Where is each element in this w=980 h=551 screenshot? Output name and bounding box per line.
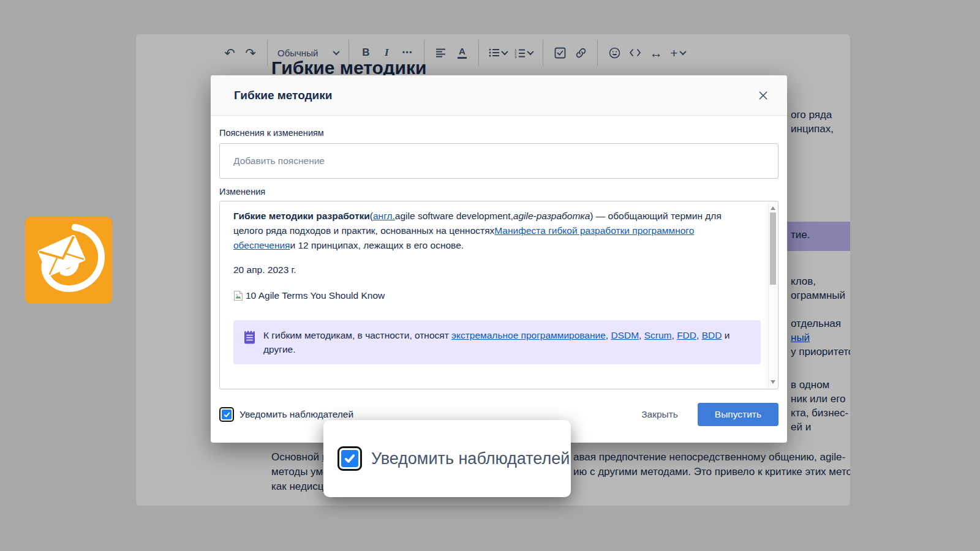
scrollbar[interactable] xyxy=(768,202,777,388)
italic-text: agile-разработка xyxy=(513,211,590,221)
image-alt-text: 10 Agile Terms You Should Know xyxy=(246,288,385,303)
dsdm-link[interactable]: DSDM xyxy=(611,330,639,340)
scrum-link[interactable]: Scrum xyxy=(644,330,672,340)
close-button[interactable] xyxy=(754,86,772,105)
dialog-header: Гибкие методики xyxy=(211,75,787,116)
notify-watchers-checkbox[interactable] xyxy=(219,407,234,422)
bdd-link[interactable]: BDD xyxy=(702,330,722,340)
publish-button[interactable]: Выпустить xyxy=(698,403,778,426)
note-panel-text: К гибким методикам, в частности, относят… xyxy=(263,328,750,356)
close-icon xyxy=(758,91,768,100)
envelope-swirl-icon xyxy=(29,221,108,299)
text: , xyxy=(639,330,644,340)
check-icon xyxy=(223,411,231,419)
scrollbar-thumb[interactable] xyxy=(770,212,776,285)
comment-input[interactable] xyxy=(219,143,778,179)
date-text: 20 апр. 2023 г. xyxy=(233,263,751,277)
mail-badge xyxy=(25,217,112,304)
text: и 12 принципах, лежащих в его основе. xyxy=(290,240,464,250)
text: agile software development, xyxy=(395,211,513,221)
text: , xyxy=(696,330,702,340)
text: К гибким методикам, в частности, относят xyxy=(263,330,451,340)
notepad-icon xyxy=(243,329,257,345)
broken-image-line: 10 Agile Terms You Should Know xyxy=(233,288,751,303)
notify-watchers-label-magnified: Уведомить наблюдателей xyxy=(371,449,570,468)
check-icon xyxy=(343,452,356,465)
changes-label: Изменения xyxy=(219,187,778,197)
checkbox-fill xyxy=(341,450,358,467)
checkbox-fill xyxy=(222,410,232,419)
scroll-down-arrow-icon[interactable] xyxy=(771,380,775,384)
note-panel: К гибким методикам, в частности, относят… xyxy=(233,320,761,364)
magnifier-popup: Уведомить наблюдателей xyxy=(323,420,571,497)
scroll-up-arrow-icon[interactable] xyxy=(771,206,775,210)
bold-text: Гибкие методики разработки xyxy=(233,211,370,221)
text: , xyxy=(672,330,677,340)
fdd-link[interactable]: FDD xyxy=(677,330,696,340)
close-dialog-button[interactable]: Закрыть xyxy=(630,403,689,425)
dialog-body: Пояснения к изменениям Изменения Гибкие … xyxy=(211,128,787,426)
lang-link[interactable]: англ. xyxy=(373,211,395,221)
comment-label: Пояснения к изменениям xyxy=(219,128,778,138)
preview-paragraph: Гибкие методики разработки(англ.agile so… xyxy=(233,209,751,253)
dialog-title: Гибкие методики xyxy=(234,89,332,102)
broken-image-icon xyxy=(233,290,243,301)
publish-dialog: Гибкие методики Пояснения к изменениям И… xyxy=(211,75,787,443)
notify-watchers-checkbox-magnified[interactable] xyxy=(337,446,362,471)
changes-preview: Гибкие методики разработки(англ.agile so… xyxy=(219,201,778,389)
notify-watchers-label: Уведомить наблюдателей xyxy=(239,409,353,420)
changes-content: Гибкие методики разработки(англ.agile so… xyxy=(220,201,778,389)
footer-actions: Закрыть Выпустить xyxy=(630,403,778,426)
screen: ↶ ↷ Обычный B I ••• A xyxy=(0,0,980,551)
xp-link[interactable]: экстремальное программирование xyxy=(451,330,606,340)
